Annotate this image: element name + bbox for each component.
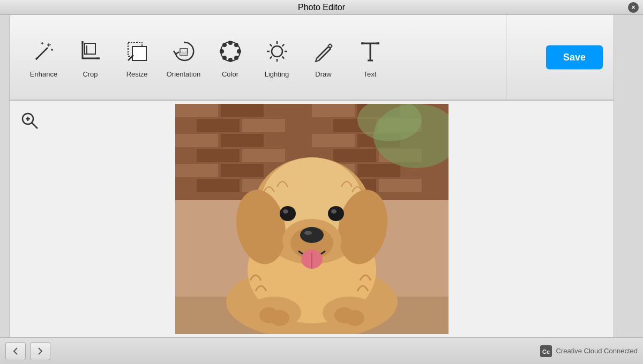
enhance-icon [29,37,58,66]
orientation-icon [169,37,198,66]
svg-rect-59 [197,119,240,132]
text-icon [356,37,385,66]
svg-point-17 [229,41,232,44]
image-area [10,101,614,337]
svg-line-30 [270,44,272,46]
draw-icon [309,37,338,66]
svg-point-24 [223,43,226,47]
main-image [175,104,448,334]
svg-text:Cc: Cc [542,348,549,355]
svg-point-100 [283,209,288,214]
enhance-label: Enhance [30,70,57,78]
lighting-icon [263,37,291,66]
svg-point-23 [220,50,223,53]
svg-rect-60 [242,119,285,132]
content-area: Enhance [10,15,614,337]
svg-line-33 [270,56,272,58]
tool-resize[interactable]: Resize [114,20,160,95]
svg-rect-56 [312,104,355,117]
svg-rect-81 [197,179,240,192]
svg-rect-64 [175,134,218,147]
tool-enhance[interactable]: Enhance [20,20,67,95]
svg-rect-61 [288,119,331,132]
toolbar: Enhance [10,15,614,101]
svg-point-99 [280,206,296,221]
svg-point-21 [229,58,232,62]
orientation-label: Orientation [167,70,201,78]
svg-point-102 [331,209,337,214]
svg-rect-13 [132,47,146,60]
svg-point-110 [345,310,364,326]
zoom-icon[interactable] [20,111,40,134]
tool-color[interactable]: Color [207,20,253,95]
cc-status-text: Creative Cloud Connected [556,347,638,355]
svg-line-38 [330,44,332,46]
svg-point-107 [270,310,289,326]
svg-point-25 [272,46,282,57]
svg-line-32 [282,44,284,46]
svg-line-48 [32,123,38,128]
toolbar-divider [506,15,506,100]
svg-point-98 [304,231,312,235]
cc-status: Cc Creative Cloud Connected [540,345,638,357]
svg-rect-67 [312,134,355,147]
resize-label: Resize [126,70,148,78]
forward-button[interactable] [30,342,50,360]
back-button[interactable] [5,342,26,360]
title-bar: Photo Editor × [0,0,643,15]
app-container: Enhance [0,15,643,337]
resize-icon [123,37,152,66]
color-label: Color [222,70,238,78]
draw-label: Draw [315,70,331,78]
crop-icon [76,37,105,66]
crop-label: Crop [83,70,98,78]
svg-rect-53 [175,104,218,117]
svg-rect-65 [221,134,264,147]
svg-point-101 [328,206,344,221]
window-title: Photo Editor [298,3,345,12]
svg-point-18 [235,43,238,47]
svg-point-97 [300,227,324,243]
svg-rect-55 [266,104,309,117]
svg-rect-66 [266,134,309,147]
close-button[interactable]: × [628,2,639,13]
svg-rect-71 [242,149,285,162]
tool-lighting[interactable]: Lighting [253,20,300,95]
right-sidebar [614,15,643,337]
svg-rect-73 [333,149,376,162]
svg-rect-54 [221,104,264,117]
cc-logo-icon: Cc [540,345,552,357]
svg-point-20 [235,56,238,59]
svg-line-1 [36,57,38,59]
color-icon [216,37,245,66]
close-icon: × [631,4,635,11]
tool-draw[interactable]: Draw [300,20,347,95]
svg-line-39 [330,46,332,48]
tool-text[interactable]: Text [347,20,393,95]
toolbar-tools: Enhance [20,20,393,95]
svg-rect-79 [357,164,400,177]
svg-rect-76 [221,164,264,177]
svg-rect-85 [379,179,422,192]
svg-line-31 [282,56,284,58]
save-button[interactable]: Save [546,46,603,70]
nav-buttons [5,342,50,360]
svg-point-19 [237,50,241,53]
tool-crop[interactable]: Crop [67,20,114,95]
bottom-bar: Cc Creative Cloud Connected [0,337,643,364]
tool-orientation[interactable]: Orientation [160,20,207,95]
text-label: Text [364,70,377,78]
left-sidebar [0,15,10,337]
svg-point-22 [223,56,226,59]
svg-rect-70 [197,149,240,162]
lighting-label: Lighting [265,70,289,78]
svg-rect-75 [175,164,218,177]
